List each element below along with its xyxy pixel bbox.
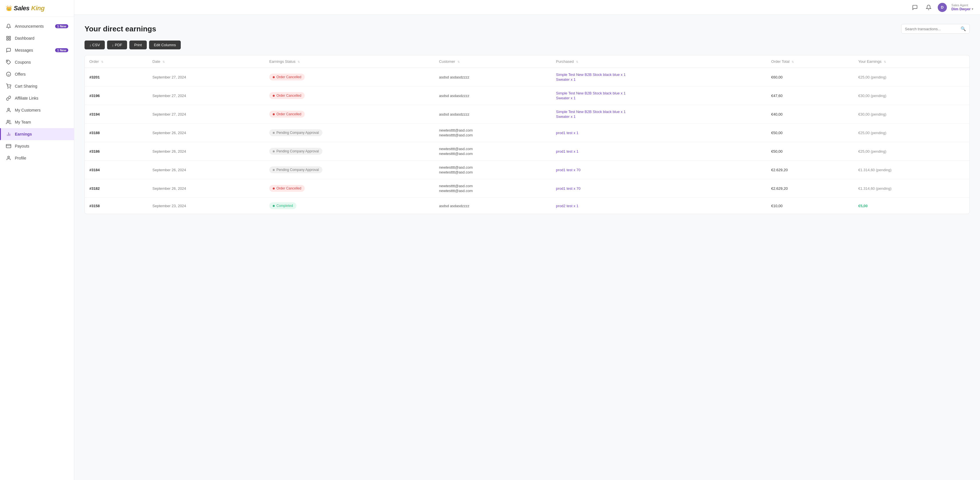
status-dot-icon [273, 150, 275, 153]
sidebar-item-label-my-team: My Team [15, 120, 31, 124]
search-box[interactable]: 🔍 [901, 24, 970, 34]
cell-date: September 27, 2024 [148, 105, 265, 124]
cell-order: #3184 [85, 161, 148, 179]
purchased-list: prod1 test x 1 [556, 149, 762, 154]
status-badge: Order Cancelled [269, 185, 305, 192]
cell-order: #3158 [85, 198, 148, 214]
col-header-earnings_status[interactable]: Earnings Status ⇅ [265, 56, 434, 68]
pdf-button[interactable]: ↓ PDF [107, 41, 127, 49]
customer-multi: newtestttt@asd.comnewtestttt@asd.com [439, 147, 547, 156]
sidebar-item-offers[interactable]: Offers [0, 68, 74, 80]
purchased-list: Simple Test New B2B Stock black blue x 1… [556, 73, 762, 82]
sidebar-item-messages[interactable]: Messages 1 New [0, 44, 74, 56]
cell-order-total: €10,00 [767, 198, 854, 214]
cell-purchased[interactable]: prod1 test x 1 [551, 142, 767, 161]
col-header-order[interactable]: Order ⇅ [85, 56, 148, 68]
avatar[interactable]: D [938, 3, 947, 12]
sidebar-item-earnings[interactable]: Earnings [0, 128, 74, 140]
status-dot-icon [273, 132, 275, 134]
cell-your-earnings: €5,00 [854, 198, 969, 214]
csv-button[interactable]: ↓ CSV [84, 41, 105, 49]
table-row: #3184September 26, 2024Pending Company A… [85, 161, 969, 179]
purchased-list: prod2 test x 1 [556, 204, 762, 208]
sidebar-item-label-earnings: Earnings [15, 132, 32, 137]
sidebar-item-profile[interactable]: Profile [0, 152, 74, 164]
logo-crown-icon: 👑 [6, 5, 12, 11]
chevron-down-icon: ▾ [972, 8, 973, 11]
cell-status: Order Cancelled [265, 68, 434, 86]
cell-order-total: €50,00 [767, 142, 854, 161]
sort-icon-earnings_status: ⇅ [298, 60, 300, 64]
my-team-icon [6, 119, 11, 125]
col-header-customer[interactable]: Customer ⇅ [434, 56, 552, 68]
col-header-your_earnings[interactable]: Your Earnings ⇅ [854, 56, 969, 68]
cell-order: #3188 [85, 124, 148, 142]
sidebar-item-dashboard[interactable]: Dashboard [0, 32, 74, 44]
status-dot-icon [273, 205, 275, 207]
coupons-icon [6, 59, 11, 65]
edit-columns-button[interactable]: Edit Columns [149, 41, 181, 49]
cell-status: Order Cancelled [265, 105, 434, 124]
col-header-purchased[interactable]: Purchased ⇅ [551, 56, 767, 68]
sidebar-item-label-cart-sharing: Cart Sharing [15, 84, 37, 89]
cell-purchased[interactable]: prod1 test x 70 [551, 161, 767, 179]
cell-customer: newtestttt@asd.comnewtestttt@asd.com [434, 161, 552, 179]
cell-purchased[interactable]: prod1 test x 1 [551, 124, 767, 142]
status-dot-icon [273, 169, 275, 171]
purchased-list: Simple Test New B2B Stock black blue x 1… [556, 91, 762, 100]
cell-order-total: €40,00 [767, 105, 854, 124]
sidebar-item-label-affiliate-links: Affiliate Links [15, 96, 38, 100]
purchased-list: prod1 test x 70 [556, 168, 762, 172]
status-badge: Order Cancelled [269, 92, 305, 99]
cell-order-total: €2.629,20 [767, 179, 854, 198]
cell-order: #3186 [85, 142, 148, 161]
sidebar-item-cart-sharing[interactable]: Cart Sharing [0, 80, 74, 92]
earnings-table: Order ⇅Date ⇅Earnings Status ⇅Customer ⇅… [85, 56, 969, 214]
cell-order: #3196 [85, 86, 148, 105]
sidebar-item-coupons[interactable]: Coupons [0, 56, 74, 68]
sidebar-item-my-team[interactable]: My Team [0, 116, 74, 128]
cell-date: September 27, 2024 [148, 86, 265, 105]
sidebar-item-my-customers[interactable]: My Customers [0, 104, 74, 116]
cell-purchased[interactable]: Simple Test New B2B Stock black blue x 1… [551, 105, 767, 124]
cell-your-earnings: €25,00 (pending) [854, 142, 969, 161]
status-dot-icon [273, 76, 275, 78]
col-header-date[interactable]: Date ⇅ [148, 56, 265, 68]
sidebar-item-announcements[interactable]: Announcements 1 New [0, 20, 74, 32]
cell-purchased[interactable]: prod2 test x 1 [551, 198, 767, 214]
sort-icon-date: ⇅ [162, 60, 165, 64]
cell-purchased[interactable]: Simple Test New B2B Stock black blue x 1… [551, 68, 767, 86]
status-badge: Completed [269, 202, 296, 209]
cell-order-total: €47,60 [767, 86, 854, 105]
sidebar-item-payouts[interactable]: Payouts [0, 140, 74, 152]
offers-icon [6, 72, 11, 77]
table-row: #3201September 27, 2024Order Cancelledas… [85, 68, 969, 86]
logo-text-sales: Sales [14, 5, 29, 12]
table-row: #3194September 27, 2024Order Cancelledas… [85, 105, 969, 124]
search-input[interactable] [905, 27, 958, 31]
cell-status: Pending Company Approval [265, 161, 434, 179]
nav-badge-announcements: 1 New [55, 24, 68, 28]
col-header-order_total[interactable]: Order Total ⇅ [767, 56, 854, 68]
table-row: #3186September 26, 2024Pending Company A… [85, 142, 969, 161]
chat-icon[interactable] [910, 3, 920, 12]
cell-your-earnings: €25,00 (pending) [854, 68, 969, 86]
my-customers-icon [6, 107, 11, 113]
earnings-icon [6, 131, 11, 137]
user-info[interactable]: Sales Agent Dim Dwyer ▾ [951, 3, 973, 11]
cell-purchased[interactable]: Simple Test New B2B Stock black blue x 1… [551, 86, 767, 105]
notifications-icon[interactable] [924, 3, 933, 12]
svg-rect-15 [6, 145, 11, 148]
cell-status: Order Cancelled [265, 86, 434, 105]
cell-purchased[interactable]: prod1 test x 70 [551, 179, 767, 198]
print-button[interactable]: Print [129, 41, 147, 49]
svg-rect-0 [6, 36, 8, 38]
app-container: 👑 SalesKing Announcements 1 New Dashboar… [0, 0, 980, 480]
status-dot-icon [273, 95, 275, 97]
sidebar-item-label-payouts: Payouts [15, 144, 29, 148]
cell-customer: asdsd asdasdzzzz [434, 68, 552, 86]
purchased-list: prod1 test x 1 [556, 131, 762, 135]
cell-your-earnings: €1.314,60 (pending) [854, 161, 969, 179]
sidebar-item-affiliate-links[interactable]: Affiliate Links [0, 92, 74, 104]
cell-customer: asdsd asdasdzzzz [434, 198, 552, 214]
